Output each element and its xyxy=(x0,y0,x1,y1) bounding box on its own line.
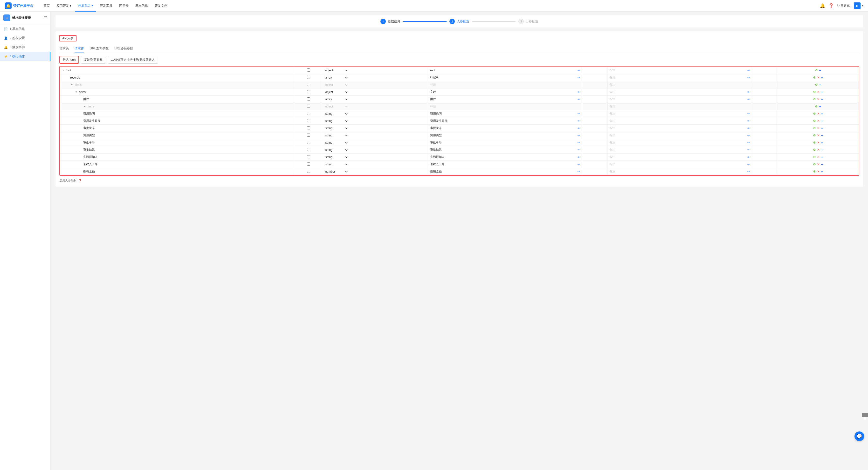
checkbox-items1[interactable] xyxy=(307,83,310,86)
tab-url-path[interactable]: URL路径参数 xyxy=(114,44,133,53)
plus-icon-root[interactable]: + xyxy=(819,68,821,72)
plus-icon-items2[interactable]: + xyxy=(819,105,821,108)
cross-icon-fields[interactable]: ✕ xyxy=(817,90,820,94)
checkbox-records[interactable] xyxy=(307,76,310,79)
gear-icon-reimburser[interactable]: ⚙ xyxy=(813,155,816,159)
expand-icon-items2[interactable]: ▶ xyxy=(84,105,87,108)
plus-icon-shenpi-result[interactable]: + xyxy=(821,148,823,152)
copy-clipboard-button[interactable]: 复制到剪贴板 xyxy=(81,56,106,64)
edit-note-fuyoudate[interactable]: ✏ xyxy=(747,119,750,123)
nav-item-home[interactable]: 首页 xyxy=(40,0,53,11)
edit-alias-records[interactable]: ✏ xyxy=(578,76,580,79)
type-select-items1[interactable]: object xyxy=(324,83,348,87)
edit-alias-fuyoudate[interactable]: ✏ xyxy=(578,119,580,123)
type-select-creator-id[interactable]: string xyxy=(324,163,348,166)
checkbox-shenpi-result[interactable] xyxy=(307,148,310,151)
checkbox-shenpi-no[interactable] xyxy=(307,141,310,144)
sidebar-item-basic-info[interactable]: 📄 1 基本信息 xyxy=(0,24,51,34)
edit-alias-fuyou-type[interactable]: ✏ xyxy=(578,134,580,137)
gear-icon-fuyoushuo[interactable]: ⚙ xyxy=(813,112,816,115)
edit-alias-root[interactable]: ✏ xyxy=(578,69,580,72)
gear-icon-creator-id[interactable]: ⚙ xyxy=(813,163,816,166)
float-circle-button[interactable]: 💬 xyxy=(855,431,864,441)
checkbox-fuyoushuo[interactable] xyxy=(307,112,310,115)
checkbox-fuyou-type[interactable] xyxy=(307,134,310,137)
cross-icon-fuyoudate[interactable]: ✕ xyxy=(817,119,820,123)
plus-icon-fuyoudate[interactable]: + xyxy=(821,119,823,123)
nav-item-aliyun[interactable]: 阿里云 xyxy=(116,0,131,11)
plus-icon-items1[interactable]: + xyxy=(819,83,821,87)
tab-request-body[interactable]: 请求体 xyxy=(74,44,84,53)
type-select-attach[interactable]: array xyxy=(324,97,348,101)
gear-icon-attach[interactable]: ⚙ xyxy=(813,97,816,101)
plus-icon-creator-id[interactable]: + xyxy=(821,163,823,166)
cross-icon-records[interactable]: ✕ xyxy=(817,76,820,79)
checkbox-fields[interactable] xyxy=(307,90,310,93)
expand-icon-fields[interactable]: ▼ xyxy=(75,91,79,93)
checkbox-amount[interactable] xyxy=(307,170,310,173)
type-select-fuyoudate[interactable]: string xyxy=(324,119,348,123)
edit-note-fuyoushuo[interactable]: ✏ xyxy=(747,112,750,115)
sidebar-item-action[interactable]: ⚡ 4 执行动作 xyxy=(0,52,51,61)
edit-note-shenpi-no[interactable]: ✏ xyxy=(747,141,750,144)
plus-icon-shenpi-status[interactable]: + xyxy=(821,126,823,130)
plus-icon-fuyoushuo[interactable]: + xyxy=(821,112,823,116)
cross-icon-shenpi-result[interactable]: ✕ xyxy=(817,148,820,152)
gear-icon-items2[interactable]: ⚙ xyxy=(815,105,818,108)
import-json-button[interactable]: 导入 json xyxy=(59,56,79,64)
edit-note-attach[interactable]: ✏ xyxy=(747,98,750,101)
edit-alias-shenpi-result[interactable]: ✏ xyxy=(578,148,580,152)
return-old-button[interactable]: 返回旧版 xyxy=(862,413,868,417)
help-icon[interactable]: ❓ xyxy=(829,3,834,8)
edit-note-records[interactable]: ✏ xyxy=(747,76,750,79)
user-menu[interactable]: 让世界充... ▶ ▾ xyxy=(837,2,863,9)
gear-icon-fields[interactable]: ⚙ xyxy=(813,90,816,94)
gear-icon-amount[interactable]: ⚙ xyxy=(813,170,816,173)
edit-note-fields[interactable]: ✏ xyxy=(747,90,750,94)
edit-alias-shenpi-no[interactable]: ✏ xyxy=(578,141,580,144)
type-select-reimburser[interactable]: string xyxy=(324,155,348,159)
question-icon[interactable]: ❓ xyxy=(78,179,82,182)
checkbox-root[interactable] xyxy=(307,68,310,72)
cross-icon-reimburser[interactable]: ✕ xyxy=(817,155,820,159)
gear-icon-shenpi-result[interactable]: ⚙ xyxy=(813,148,816,152)
edit-alias-shenpi-status[interactable]: ✏ xyxy=(578,127,580,130)
nav-item-doc[interactable]: 开发文档 xyxy=(152,0,170,11)
edit-alias-attach[interactable]: ✏ xyxy=(578,98,580,101)
gear-icon-fuyoudate[interactable]: ⚙ xyxy=(813,119,816,123)
nav-item-open[interactable]: 开放能力 ▾ xyxy=(75,0,96,11)
checkbox-shenpi-status[interactable] xyxy=(307,126,310,129)
type-select-shenpi-status[interactable]: string xyxy=(324,126,348,130)
tab-request-header[interactable]: 请求头 xyxy=(59,44,69,53)
nav-item-app[interactable]: 应用开发 ▾ xyxy=(54,0,74,11)
plus-icon-amount[interactable]: + xyxy=(821,170,823,173)
edit-note-fuyou-type[interactable]: ✏ xyxy=(747,134,750,137)
edit-alias-reimburser[interactable]: ✏ xyxy=(578,156,580,159)
import-model-button[interactable]: 从钉钉官方业务主数据模型导入 xyxy=(108,56,158,64)
type-select-records[interactable]: array xyxy=(324,76,348,79)
checkbox-creator-id[interactable] xyxy=(307,163,310,166)
type-select-fields[interactable]: object xyxy=(324,90,348,94)
gear-icon-shenpi-no[interactable]: ⚙ xyxy=(813,141,816,144)
cross-icon-shenpi-no[interactable]: ✕ xyxy=(817,141,820,144)
gear-icon-root[interactable]: ⚙ xyxy=(815,68,818,72)
edit-note-shenpi-status[interactable]: ✏ xyxy=(747,127,750,130)
sidebar-item-auth[interactable]: 👤 2 鉴权设置 xyxy=(0,34,51,43)
expand-icon-root[interactable]: ▼ xyxy=(62,69,65,72)
cross-icon-fuyoushuo[interactable]: ✕ xyxy=(817,112,820,115)
gear-icon-fuyou-type[interactable]: ⚙ xyxy=(813,134,816,137)
checkbox-attach[interactable] xyxy=(307,97,310,101)
plus-icon-attach[interactable]: + xyxy=(821,97,823,101)
cross-icon-creator-id[interactable]: ✕ xyxy=(817,163,820,166)
gear-icon-shenpi-status[interactable]: ⚙ xyxy=(813,126,816,130)
cross-icon-attach[interactable]: ✕ xyxy=(817,97,820,101)
edit-note-reimburser[interactable]: ✏ xyxy=(747,156,750,159)
edit-note-amount[interactable]: ✏ xyxy=(747,170,750,173)
plus-icon-reimburser[interactable]: + xyxy=(821,155,823,159)
edit-note-creator-id[interactable]: ✏ xyxy=(747,163,750,166)
tab-url-query[interactable]: URL查询参数 xyxy=(90,44,108,53)
cross-icon-shenpi-status[interactable]: ✕ xyxy=(817,126,820,130)
expand-icon-items1[interactable]: ▼ xyxy=(71,83,74,86)
gear-icon-items1[interactable]: ⚙ xyxy=(815,83,818,87)
type-select-items2[interactable]: object xyxy=(324,105,348,108)
